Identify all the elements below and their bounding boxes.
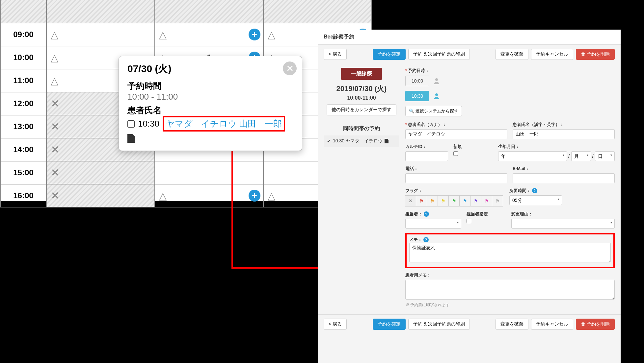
- label-reason: 変更理由：: [511, 211, 615, 217]
- flag-green[interactable]: ⚑: [448, 195, 460, 206]
- same-time-header: 同時間帯の予約: [324, 125, 399, 132]
- patient-link-highlight: ヤマダ イチロウ 山田 一郎: [163, 116, 285, 132]
- reason-select[interactable]: [511, 219, 615, 229]
- flag-blue[interactable]: ⚑: [459, 195, 470, 206]
- label-tel: 電話：: [405, 166, 507, 172]
- triangle-icon: △: [159, 29, 167, 40]
- delete-button[interactable]: 🗑 予約を削除: [576, 319, 615, 330]
- label-duration: 所要時間： ?: [509, 188, 562, 194]
- patient-memo-textarea[interactable]: [405, 280, 615, 300]
- back-button[interactable]: < 戻る: [324, 319, 347, 330]
- patient-name-kanji[interactable]: 山田 一郎: [239, 119, 282, 129]
- label-dob: 生年月日：: [498, 144, 615, 150]
- cal-cell[interactable]: [155, 161, 263, 184]
- tel-input[interactable]: [405, 173, 507, 183]
- time-slot-1000[interactable]: 10:00: [405, 76, 429, 86]
- appointment-popover: ✕ 07/30 (火) 予約時間 10:00 - 11:00 患者氏名 10:3…: [119, 56, 302, 151]
- label-flag: フラグ：: [405, 188, 504, 194]
- label-memo: メモ： ?: [409, 237, 429, 242]
- time-slot-1030[interactable]: 10:30: [405, 91, 429, 101]
- help-icon[interactable]: ?: [423, 237, 429, 242]
- flag-purple[interactable]: ⚑: [470, 195, 481, 206]
- kanji-input[interactable]: [513, 129, 615, 139]
- confirm-button[interactable]: 予約を確定: [373, 49, 406, 60]
- cancel-button[interactable]: 予約キャンセル: [531, 49, 573, 60]
- category-badge: 一般診療: [341, 68, 382, 80]
- delete-button[interactable]: 🗑 予約を削除: [576, 49, 615, 60]
- flag-gray[interactable]: ⚑: [492, 195, 503, 206]
- popover-time-range: 10:00 - 11:00: [127, 92, 293, 102]
- triangle-icon: △: [268, 190, 275, 202]
- email-input[interactable]: [513, 173, 615, 183]
- same-time-text: 10:30 ヤマダ イチロウ: [333, 138, 383, 144]
- flag-orange[interactable]: ⚑: [427, 195, 438, 206]
- add-button[interactable]: +: [249, 190, 260, 202]
- label-kana: 患者氏名（カナ）：: [405, 122, 507, 128]
- time-1200: 12:00: [0, 92, 46, 115]
- add-button[interactable]: +: [249, 29, 260, 40]
- toolbar-top: < 戻る 予約を確定 予約 & 次回予約票の印刷 変更を破棄 予約キャンセル 🗑…: [318, 45, 621, 64]
- check-icon: ✓: [327, 138, 331, 144]
- patient-name-kana[interactable]: ヤマダ イチロウ: [166, 119, 237, 129]
- search-system-button[interactable]: 🔍 連携システムから探す: [405, 106, 462, 116]
- close-icon[interactable]: ✕: [283, 61, 297, 75]
- new-checkbox[interactable]: [453, 151, 458, 156]
- duration-select[interactable]: 05分: [509, 195, 562, 205]
- kana-input[interactable]: [405, 129, 507, 139]
- staff-select[interactable]: [405, 219, 461, 229]
- svg-point-0: [435, 78, 438, 81]
- cal-cell-closed: ✕: [46, 161, 155, 184]
- person-icon: [433, 77, 441, 85]
- popover-section-patient: 患者氏名: [127, 105, 293, 116]
- flag-clear[interactable]: ✕: [405, 195, 416, 206]
- cal-cell[interactable]: △+: [155, 23, 263, 46]
- karte-input[interactable]: [405, 151, 448, 161]
- flag-red[interactable]: ⚑: [416, 195, 427, 206]
- staff-assign-checkbox[interactable]: [467, 219, 471, 223]
- time-1500: 15:00: [0, 161, 46, 184]
- x-icon: ✕: [51, 121, 60, 133]
- patient-memo-hint: ※ 予約票に印字されます: [405, 302, 615, 308]
- x-icon: ✕: [51, 190, 60, 202]
- slot-time: 10:30: [138, 119, 159, 129]
- back-button[interactable]: < 戻る: [324, 49, 347, 60]
- triangle-icon: △: [51, 75, 58, 86]
- dob-month-select[interactable]: 月: [571, 151, 591, 161]
- time-1000: 10:00: [0, 46, 46, 69]
- discard-button[interactable]: 変更を破棄: [496, 319, 528, 330]
- cancel-button[interactable]: 予約キャンセル: [531, 319, 573, 330]
- reservation-form: Bee診察予約 < 戻る 予約を確定 予約 & 次回予約票の印刷 変更を破棄 予…: [318, 30, 621, 363]
- trash-icon: 🗑: [581, 321, 585, 327]
- triangle-icon: △: [159, 190, 167, 202]
- reservation-date: 2019/07/30 (火): [324, 84, 399, 94]
- memo-textarea[interactable]: 保険証忘れ: [409, 243, 611, 262]
- triangle-icon: △: [51, 29, 58, 40]
- help-icon[interactable]: ?: [532, 188, 537, 193]
- form-header: Bee診察予約: [318, 30, 621, 45]
- time-1400: 14:00: [0, 138, 46, 161]
- time-1100: 11:00: [0, 69, 46, 92]
- label-staff: 担当者： ?: [405, 211, 461, 217]
- same-time-item[interactable]: ✓ 10:30 ヤマダ イチロウ: [324, 135, 399, 147]
- dob-day-select[interactable]: 日: [595, 151, 615, 161]
- find-calendar-button[interactable]: 他の日時をカレンダーで探す: [327, 104, 396, 115]
- discard-button[interactable]: 変更を破棄: [496, 49, 528, 60]
- print-button[interactable]: 予約 & 次回予約票の印刷: [408, 49, 470, 60]
- memo-highlight: メモ： ? 保険証忘れ: [405, 233, 615, 268]
- help-icon[interactable]: ?: [424, 211, 429, 217]
- dob-year-select[interactable]: 年: [498, 151, 567, 161]
- cal-cell-closed: ✕: [46, 184, 155, 207]
- label-kanji: 患者氏名（漢字・英字）：: [513, 122, 615, 128]
- print-button[interactable]: 予約 & 次回予約票の印刷: [408, 319, 470, 330]
- person-icon: [433, 92, 441, 100]
- label-patient-memo: 患者用メモ：: [405, 272, 615, 278]
- label-new: 新規: [453, 144, 493, 150]
- cal-cell[interactable]: △: [46, 23, 155, 46]
- document-icon[interactable]: [127, 134, 135, 143]
- patient-checkbox[interactable]: [127, 120, 135, 128]
- flag-magenta[interactable]: ⚑: [481, 195, 492, 206]
- cal-cell[interactable]: △+: [155, 184, 263, 207]
- confirm-button[interactable]: 予約を確定: [373, 319, 406, 330]
- flag-yellow[interactable]: ⚑: [438, 195, 449, 206]
- x-icon: ✕: [51, 144, 60, 156]
